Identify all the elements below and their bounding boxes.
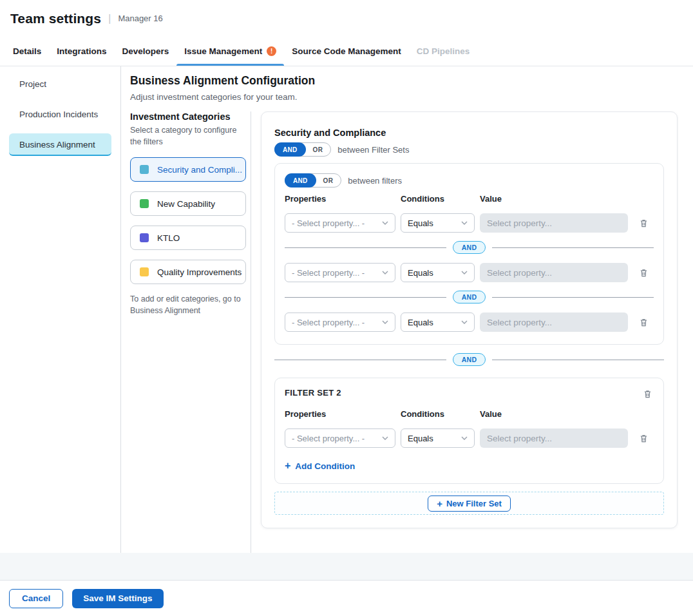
filter-row: - Select property... - Equals [285, 263, 654, 282]
condition-select-value: Equals [408, 268, 433, 278]
tab-details[interactable]: Details [5, 37, 49, 66]
column-header-value: Value [480, 409, 628, 419]
plus-icon: + [437, 499, 442, 508]
value-input [480, 213, 628, 233]
delete-filter-button[interactable] [638, 316, 650, 329]
operator-or-option[interactable]: OR [305, 146, 331, 153]
operator-and-option[interactable]: AND [274, 142, 306, 157]
tab-details-label: Details [13, 46, 41, 56]
trash-icon [639, 318, 649, 327]
category-label: New Capability [157, 199, 215, 209]
property-select-value: - Select property... - [292, 434, 365, 443]
delete-filter-button[interactable] [638, 267, 650, 279]
chevron-down-icon [461, 221, 468, 225]
add-condition-label: Add Condition [295, 461, 355, 471]
filter-config-panel: Security and Compliance AND OR between F… [261, 111, 678, 528]
tab-source-code-management-label: Source Code Management [292, 46, 401, 56]
connector-line [274, 360, 446, 360]
selected-category-title: Security and Compliance [274, 128, 664, 138]
tab-integrations[interactable]: Integrations [49, 37, 114, 66]
settings-sidebar: Project Production Incidents Business Al… [0, 66, 121, 553]
filter-config-area: Security and Compliance AND OR between F… [251, 111, 678, 553]
connector-line [285, 297, 446, 298]
warning-badge-icon: ! [267, 46, 276, 56]
add-condition-button[interactable]: + Add Condition [285, 461, 355, 471]
cancel-button[interactable]: Cancel [9, 589, 63, 608]
filter-row: - Select property... - Equals [285, 213, 654, 233]
category-color-swatch [140, 267, 149, 276]
investment-categories-panel: Investment Categories Select a category … [130, 111, 251, 553]
categories-hint: Select a category to configure the filte… [130, 125, 246, 148]
category-color-swatch [140, 233, 149, 242]
connector-line [492, 360, 664, 360]
settings-tabbar: Details Integrations Developers Issue Ma… [0, 37, 693, 66]
condition-select-value: Equals [408, 218, 433, 228]
footer-action-bar: Cancel Save IM Settings [0, 580, 693, 616]
chevron-down-icon [461, 436, 468, 440]
tab-developers[interactable]: Developers [115, 37, 177, 66]
tab-source-code-management[interactable]: Source Code Management [284, 37, 409, 66]
filter-row: - Select property... - Equals [285, 313, 654, 332]
delete-filter-button[interactable] [638, 217, 650, 229]
tab-integrations-label: Integrations [57, 46, 106, 56]
new-filter-set-button[interactable]: + New Filter Set [428, 496, 511, 512]
manager-context-label: Manager 16 [118, 14, 162, 23]
category-button-quality-improvements[interactable]: Quality Improvements [130, 260, 246, 284]
section-subtitle: Adjust investment categories for your te… [130, 92, 678, 102]
chevron-down-icon [461, 271, 468, 274]
condition-select-value: Equals [408, 318, 433, 327]
property-select[interactable]: - Select property... - [285, 213, 395, 233]
and-connector-pill: AND [453, 241, 486, 254]
condition-select-value: Equals [408, 434, 433, 443]
new-filter-set-zone: + New Filter Set [274, 492, 664, 515]
sidebar-item-production-incidents[interactable]: Production Incidents [9, 103, 111, 126]
page-header: Team settings | Manager 16 [0, 0, 693, 37]
connector-line [492, 247, 654, 248]
condition-select[interactable]: Equals [401, 428, 475, 448]
main-section: Business Alignment Configuration Adjust … [121, 66, 693, 553]
operator-or-option[interactable]: OR [316, 177, 341, 184]
trash-icon [643, 389, 652, 399]
connector-line [492, 297, 654, 298]
column-header-conditions: Conditions [401, 194, 475, 204]
category-color-swatch [140, 199, 149, 208]
categories-title: Investment Categories [130, 111, 246, 122]
filter-set-2-title: FILTER SET 2 [285, 388, 341, 398]
page-title: Team settings [10, 11, 101, 26]
between-filter-sets-label: between Filter Sets [337, 145, 409, 155]
value-input [480, 313, 628, 332]
save-im-settings-button[interactable]: Save IM Settings [72, 589, 163, 608]
condition-select[interactable]: Equals [401, 263, 475, 282]
tab-issue-management-label: Issue Management [184, 46, 262, 56]
property-select-value: - Select property... - [292, 268, 365, 278]
condition-select[interactable]: Equals [401, 313, 475, 332]
delete-filter-button[interactable] [638, 432, 650, 445]
sidebar-item-business-alignment[interactable]: Business Alignment [9, 133, 111, 156]
bottom-spacer-band [0, 553, 693, 580]
operator-and-option[interactable]: AND [285, 173, 316, 188]
category-button-security-and-compliance[interactable]: Security and Compli... [130, 157, 246, 182]
column-header-properties: Properties [285, 194, 395, 204]
content-area: Project Production Incidents Business Al… [0, 66, 693, 553]
property-select[interactable]: - Select property... - [285, 428, 395, 448]
category-button-ktlo[interactable]: KTLO [130, 226, 246, 250]
category-button-new-capability[interactable]: New Capability [130, 191, 246, 216]
between-filter-sets-operator-toggle[interactable]: AND OR [274, 142, 331, 157]
chevron-down-icon [382, 271, 388, 274]
between-filters-operator-toggle[interactable]: AND OR [285, 173, 341, 188]
categories-footnote: To add or edit categories, go to Busines… [130, 293, 246, 316]
value-input [480, 428, 628, 448]
chevron-down-icon [461, 320, 468, 324]
sidebar-item-project[interactable]: Project [9, 73, 111, 95]
delete-filter-set-button[interactable] [641, 388, 654, 400]
tab-issue-management[interactable]: Issue Management ! [176, 37, 284, 66]
condition-select[interactable]: Equals [401, 213, 475, 233]
column-header-properties: Properties [285, 409, 395, 419]
and-connector: AND [285, 291, 654, 303]
property-select-value: - Select property... - [292, 318, 365, 327]
and-connector-pill: AND [453, 291, 486, 303]
property-select[interactable]: - Select property... - [285, 313, 395, 332]
plus-icon: + [285, 461, 290, 471]
property-select[interactable]: - Select property... - [285, 263, 395, 282]
value-input [480, 263, 628, 282]
